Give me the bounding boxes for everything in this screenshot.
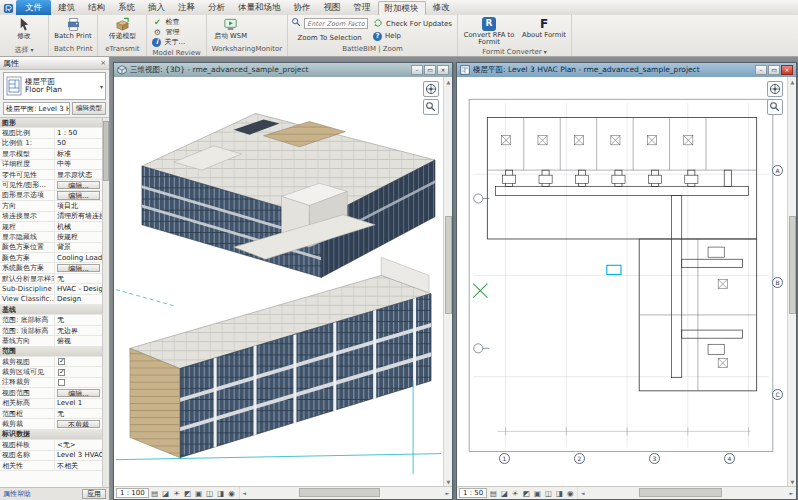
property-row[interactable]: 范围: 底部标高 无 bbox=[0, 315, 102, 325]
grid-bubble[interactable]: 2 bbox=[574, 453, 585, 464]
property-value[interactable]: 清理所有墙连接 bbox=[55, 211, 102, 221]
sun-path-icon[interactable]: ☀ bbox=[172, 488, 182, 498]
edit-type-button[interactable]: 编辑类型 bbox=[72, 102, 106, 115]
property-row[interactable]: 方向 项目北 bbox=[0, 201, 102, 211]
property-row[interactable]: 比例值 1: 50 bbox=[0, 139, 102, 149]
property-value[interactable]: 无 bbox=[55, 274, 102, 284]
property-row[interactable]: 墙连接显示 清理所有墙连接 bbox=[0, 212, 102, 222]
sun-path-icon[interactable]: ☀ bbox=[510, 488, 520, 498]
visual-style-icon[interactable]: ◪ bbox=[161, 488, 171, 498]
scroll-down-icon[interactable]: ▼ bbox=[788, 477, 797, 486]
checkbox[interactable] bbox=[58, 369, 65, 376]
properties-scrollbar[interactable] bbox=[102, 118, 109, 487]
zoom-tool-icon[interactable] bbox=[423, 99, 439, 115]
property-value[interactable]: <无> bbox=[55, 440, 102, 450]
ribbon-tab[interactable]: 修改 bbox=[427, 1, 456, 15]
reveal-hidden-icon[interactable]: ◉ bbox=[565, 488, 575, 498]
modify-button[interactable]: 修改 bbox=[3, 16, 45, 44]
show-crop-icon[interactable]: ◫ bbox=[205, 488, 215, 498]
property-value[interactable]: 按规程 bbox=[55, 232, 102, 242]
minimize-button[interactable]: – bbox=[411, 65, 423, 75]
grid-bubble[interactable]: 3 bbox=[649, 453, 660, 464]
chevron-down-icon[interactable]: ▾ bbox=[100, 83, 103, 90]
property-row[interactable]: 基线 bbox=[0, 305, 102, 315]
property-row[interactable]: 截剪裁 不剪裁 bbox=[0, 419, 102, 429]
scroll-left-icon[interactable]: ◄ bbox=[578, 487, 587, 499]
steering-wheel-icon[interactable] bbox=[423, 81, 439, 97]
property-row[interactable]: 显示模型 标准 bbox=[0, 149, 102, 159]
scroll-left-icon[interactable]: ◄ bbox=[240, 487, 249, 499]
property-row[interactable]: 显示隐藏线 按规程 bbox=[0, 232, 102, 242]
property-row[interactable]: 相关性 不相关 bbox=[0, 461, 102, 471]
app-menu-icon[interactable] bbox=[2, 2, 15, 15]
property-row[interactable]: 系统颜色方案 编辑... bbox=[0, 263, 102, 273]
property-row[interactable]: Sub-Discipline HVAC - Design bbox=[0, 284, 102, 294]
property-value[interactable]: 背景 bbox=[55, 242, 102, 252]
zoom-factor-input[interactable] bbox=[304, 18, 368, 29]
apply-button[interactable]: 应用 bbox=[82, 489, 106, 499]
crop-view-icon[interactable]: ▣ bbox=[194, 488, 204, 498]
scroll-up-icon[interactable]: ▲ bbox=[788, 77, 797, 86]
property-value[interactable]: 俯视 bbox=[55, 336, 102, 346]
scrollbar-thumb[interactable] bbox=[103, 121, 109, 181]
temporary-hide-icon[interactable]: ◨ bbox=[554, 488, 564, 498]
property-row[interactable]: 注释裁剪 bbox=[0, 378, 102, 388]
ribbon-tab[interactable]: 注释 bbox=[172, 1, 201, 15]
property-row[interactable]: 颜色方案 Cooling Load bbox=[0, 253, 102, 263]
property-value[interactable]: 不剪裁 bbox=[57, 420, 100, 429]
property-row[interactable]: 视图范围 编辑... bbox=[0, 388, 102, 398]
grid-bubble[interactable]: 1 bbox=[499, 453, 510, 464]
detail-level-icon[interactable]: ▤ bbox=[488, 488, 498, 498]
ribbon-tab[interactable]: 结构 bbox=[82, 1, 111, 15]
grid-bubble[interactable]: 4 bbox=[724, 453, 735, 464]
plan-window-title-bar[interactable]: 楼层平面: Level 3 HVAC Plan - rme_advanced_s… bbox=[457, 63, 796, 77]
property-value[interactable]: 无边界 bbox=[55, 326, 102, 336]
ribbon-tab[interactable]: 分析 bbox=[202, 1, 231, 15]
scale-button[interactable]: 1 : 100 bbox=[116, 488, 149, 498]
batch-print-button[interactable]: Batch Print bbox=[52, 16, 94, 44]
grid-bubble[interactable]: B bbox=[772, 277, 783, 288]
convert-rfa-button[interactable]: R Convert RFA to Formit bbox=[461, 16, 517, 47]
ribbon-tab[interactable]: 视图 bbox=[318, 1, 347, 15]
close-button[interactable]: × bbox=[781, 65, 793, 75]
properties-help-link[interactable]: 属性帮助 bbox=[3, 489, 31, 499]
steering-wheel-icon[interactable] bbox=[767, 81, 783, 97]
manage-button[interactable]: ⚙ 管理 bbox=[150, 27, 187, 37]
property-value[interactable]: Level 1 bbox=[55, 399, 102, 407]
ribbon-tab[interactable]: 管理 bbox=[348, 1, 377, 15]
checkbox[interactable] bbox=[58, 379, 65, 386]
property-value[interactable]: Level 3 HVAC... bbox=[55, 451, 102, 459]
property-value[interactable]: 无 bbox=[55, 409, 102, 419]
property-row[interactable]: 范围 bbox=[0, 347, 102, 357]
property-row[interactable]: 裁剪区域可见 bbox=[0, 367, 102, 377]
scroll-down-icon[interactable]: ▼ bbox=[444, 477, 453, 486]
temporary-hide-icon[interactable]: ◨ bbox=[216, 488, 226, 498]
view-filter-combo[interactable]: 楼层平面: Level 3 H ▾ bbox=[3, 102, 70, 115]
vertical-scrollbar[interactable]: ▲ ▼ bbox=[443, 77, 452, 486]
property-value[interactable]: 机械 bbox=[55, 222, 102, 232]
property-row[interactable]: 规程 机械 bbox=[0, 222, 102, 232]
visual-style-icon[interactable]: ◪ bbox=[499, 488, 509, 498]
help-button[interactable]: ? Help bbox=[371, 31, 454, 41]
checkbox[interactable] bbox=[58, 358, 65, 365]
property-row[interactable]: 裁剪视图 bbox=[0, 357, 102, 367]
property-value[interactable]: 1 : 50 bbox=[55, 129, 102, 137]
zoom-tool-icon[interactable] bbox=[767, 99, 783, 115]
zoom-to-selection-button[interactable]: Zoom To Selection bbox=[291, 32, 368, 43]
property-row[interactable]: 标识数据 bbox=[0, 430, 102, 440]
property-row[interactable]: 颜色方案位置 背景 bbox=[0, 243, 102, 253]
ribbon-tab[interactable]: 体量和场地 bbox=[232, 1, 287, 15]
property-value[interactable]: 标准 bbox=[55, 149, 102, 159]
scroll-up-icon[interactable]: ▲ bbox=[444, 77, 453, 86]
shadows-icon[interactable]: ◩ bbox=[183, 488, 193, 498]
about-model-review-button[interactable]: i 关于... bbox=[150, 37, 187, 47]
property-row[interactable]: 相关标高 Level 1 bbox=[0, 399, 102, 409]
scale-button[interactable]: 1 : 50 bbox=[459, 488, 487, 498]
property-value[interactable]: 50 bbox=[55, 139, 102, 147]
ribbon-tab[interactable]: 系统 bbox=[112, 1, 141, 15]
scrollbar-thumb[interactable] bbox=[639, 488, 722, 497]
property-row[interactable]: 视图名称 Level 3 HVAC... bbox=[0, 451, 102, 461]
reveal-hidden-icon[interactable]: ◉ bbox=[227, 488, 237, 498]
restore-button[interactable]: ▭ bbox=[768, 65, 780, 75]
check-button[interactable]: ✔ 检查 bbox=[150, 17, 187, 27]
